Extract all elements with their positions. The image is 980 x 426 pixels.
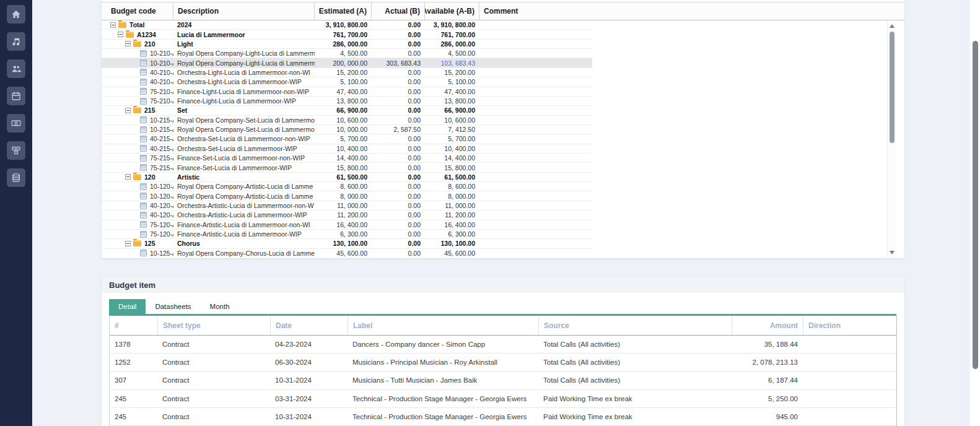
budget-code-cell: 40-120-A1234-W — [102, 211, 173, 219]
sidebar-item-music-note[interactable] — [7, 32, 25, 51]
sheet-icon — [140, 50, 147, 57]
budget-code-cell: 75-210-A1234-W — [102, 97, 173, 105]
tree-row-40-210-A1234-W[interactable]: 40-210-A1234-WOrchestra-Light-Lucia di L… — [102, 77, 592, 87]
budget-item-row-1252[interactable]: 1252Contract06-30-2024Musicians - Princi… — [110, 354, 896, 372]
tree-row-40-215-A1234-N[interactable]: 40-215-A1234-NOrchestra-Set-Lucia di Lam… — [102, 134, 592, 144]
collapse-icon[interactable] — [125, 241, 131, 246]
available-cell: 61, 500.00 — [425, 173, 479, 181]
item-col-header-direction[interactable]: Direction — [803, 316, 896, 335]
collapse-icon[interactable] — [125, 174, 131, 180]
tree-row-75-210-A1234-W[interactable]: 75-210-A1234-WFinance-Light-Lucia di Lam… — [102, 97, 592, 106]
budget-code-cell: 40-215-A1234-N — [102, 134, 173, 143]
tree-row-10-210-A1234-W[interactable]: 10-210-A1234-WRoyal Opera Company-Light-… — [102, 58, 592, 67]
tab-detail[interactable]: Detail — [109, 299, 146, 314]
collapse-icon[interactable] — [125, 41, 131, 46]
sidebar-item-people[interactable] — [7, 59, 25, 78]
description-cell: Set — [173, 106, 315, 115]
tab-datasheets[interactable]: Datasheets — [146, 299, 200, 314]
sheet-icon — [140, 193, 147, 199]
sidebar-item-banknote[interactable] — [7, 114, 25, 133]
tree-row-Total[interactable]: Total20243, 910, 800.000.003, 910, 800.0… — [102, 20, 592, 30]
number-cell: 307 — [110, 372, 157, 389]
tree-col-header-budget-code: Budget code — [107, 2, 173, 20]
sidebar-item-home[interactable] — [7, 5, 25, 24]
estimated-cell: 45, 600.00 — [315, 249, 372, 258]
tree-row-10-120-A1234-N[interactable]: 10-120-A1234-NRoyal Opera Company-Artist… — [102, 182, 592, 191]
sheet-icon — [140, 69, 147, 76]
tree-row-10-210-A1234-N[interactable]: 10-210-A1234-NRoyal Opera Company-Light-… — [102, 49, 592, 58]
sidebar-item-dice[interactable] — [7, 141, 25, 160]
tree-row-40-215-A1234-W[interactable]: 40-215-A1234-WOrchestra-Set-Lucia di Lam… — [102, 144, 592, 154]
tab-month[interactable]: Month — [201, 299, 239, 314]
item-col-header-label[interactable]: Label — [348, 316, 538, 335]
page-scrollbar[interactable] — [970, 0, 980, 426]
estimated-cell: 10, 400.00 — [315, 144, 372, 153]
available-cell: 11, 000.00 — [425, 201, 479, 210]
tree-scrollbar-thumb[interactable] — [890, 32, 895, 143]
budget-code-cell: 75-210-A1234-N — [102, 87, 173, 96]
tree-row-10-125-A1234-N[interactable]: 10-125-A1234-NRoyal Opera Company-Chorus… — [102, 249, 592, 258]
tree-row-210[interactable]: 210Light286, 000.000.00286, 000.00 — [102, 40, 592, 49]
collapse-icon[interactable] — [125, 108, 131, 113]
actual-cell: 0.00 — [372, 239, 425, 248]
tree-row-40-210-A1234-N[interactable]: 40-210-A1234-NOrchestra-Light-Lucia di L… — [102, 68, 592, 77]
budget-tree-panel: Budget codeDescriptionEstimated (A)Actua… — [102, 0, 904, 258]
budget-code-cell: 10-120-A1234-W — [102, 191, 173, 200]
collapse-icon[interactable] — [110, 22, 116, 28]
budget-code-text: 40-210-A1234-W — [150, 78, 173, 85]
budget-item-row-307[interactable]: 307Contract10-31-2024Musicians - Tutti M… — [110, 372, 896, 389]
tree-row-75-120-A1234-N[interactable]: 75-120-A1234-NFinance-Artistic-Lucia di … — [102, 220, 592, 230]
budget-code-text: 75-120-A1234-N — [150, 221, 173, 228]
budget-item-row-1378[interactable]: 1378Contract04-23-2024Dancers - Company … — [110, 336, 896, 354]
actual-cell: 0.00 — [372, 144, 425, 153]
budget-code-cell: 10-210-A1234-N — [102, 49, 173, 58]
tree-row-125[interactable]: 125Chorus130, 100.000.00130, 100.00 — [102, 239, 592, 248]
sidebar-item-database[interactable] — [7, 168, 25, 187]
budget-item-row-245[interactable]: 245Contract10-31-2024Technical - Product… — [110, 408, 896, 426]
tree-row-75-215-A1234-N[interactable]: 75-215-A1234-NFinance-Set-Lucia di Lamme… — [102, 154, 592, 163]
tree-row-10-215-A1234-W[interactable]: 10-215-A1234-WRoyal Opera Company-Set-Lu… — [102, 125, 592, 134]
scroll-down-arrow-icon[interactable] — [890, 251, 895, 254]
page-scrollbar-thumb[interactable] — [973, 41, 978, 369]
sidebar-item-calendar[interactable] — [7, 87, 25, 105]
estimated-cell: 286, 000.00 — [315, 40, 372, 48]
tree-row-10-120-A1234-W[interactable]: 10-120-A1234-WRoyal Opera Company-Artist… — [102, 191, 592, 201]
budget-code-text: 75-210-A1234-N — [150, 88, 173, 95]
tree-row-120[interactable]: 120Artistic61, 500.000.0061, 500.00 — [102, 173, 592, 182]
tree-scrollbar[interactable] — [887, 21, 896, 258]
tree-row-40-120-A1234-N[interactable]: 40-120-A1234-NOrchestra-Artistic-Lucia d… — [102, 201, 592, 211]
comment-cell — [479, 77, 587, 86]
tree-row-10-215-A1234-N[interactable]: 10-215-A1234-NRoyal Opera Company-Set-Lu… — [102, 116, 592, 125]
available-cell: 10, 600.00 — [425, 116, 479, 124]
scroll-up-arrow-icon[interactable] — [890, 24, 895, 28]
item-col-header-amount[interactable]: Amount — [732, 316, 803, 335]
budget-code-cell: 40-210-A1234-W — [102, 77, 173, 86]
tree-row-A1234[interactable]: A1234Lucia di Lammermoor761, 700.000.007… — [102, 30, 592, 39]
sheet-type-cell: Contract — [157, 408, 270, 425]
tree-row-75-120-A1234-W[interactable]: 75-120-A1234-WFinance-Artistic-Lucia di … — [102, 230, 592, 239]
available-cell: 14, 400.00 — [425, 154, 479, 162]
estimated-cell: 761, 700.00 — [315, 30, 372, 38]
item-col-header-date[interactable]: Date — [270, 316, 348, 335]
item-col-header-source[interactable]: Source — [538, 316, 732, 335]
description-cell: Finance-Set-Lucia di Lammermoor-WIP — [173, 163, 315, 172]
collapse-icon[interactable] — [118, 32, 123, 37]
budget-code-cell: 75-120-A1234-W — [102, 230, 173, 238]
tree-row-215[interactable]: 215Set66, 900.000.0066, 900.00 — [102, 106, 592, 115]
item-col-header-sheet-type[interactable]: Sheet type — [157, 316, 270, 335]
budget-item-row-245[interactable]: 245Contract03-31-2024Technical - Product… — [110, 390, 896, 408]
description-cell: 2024 — [173, 20, 315, 29]
tree-row-75-215-A1234-W[interactable]: 75-215-A1234-WFinance-Set-Lucia di Lamme… — [102, 163, 592, 172]
tree-row-75-210-A1234-N[interactable]: 75-210-A1234-NFinance-Light-Lucia di Lam… — [102, 87, 592, 97]
comment-cell — [479, 201, 587, 210]
item-col-header-number[interactable]: # — [110, 316, 157, 335]
description-cell: Finance-Light-Lucia di Lammermoor-WIP — [173, 97, 315, 105]
sheet-icon — [140, 183, 147, 190]
budget-code-cell: 75-215-A1234-W — [102, 163, 173, 172]
sheet-icon — [140, 145, 147, 152]
actual-cell: 0.00 — [372, 154, 425, 162]
actual-cell: 0.00 — [372, 249, 425, 258]
tree-row-40-120-A1234-W[interactable]: 40-120-A1234-WOrchestra-Artistic-Lucia d… — [102, 211, 592, 220]
database-icon — [11, 172, 22, 183]
budget-code-cell: 10-120-A1234-N — [102, 182, 173, 191]
